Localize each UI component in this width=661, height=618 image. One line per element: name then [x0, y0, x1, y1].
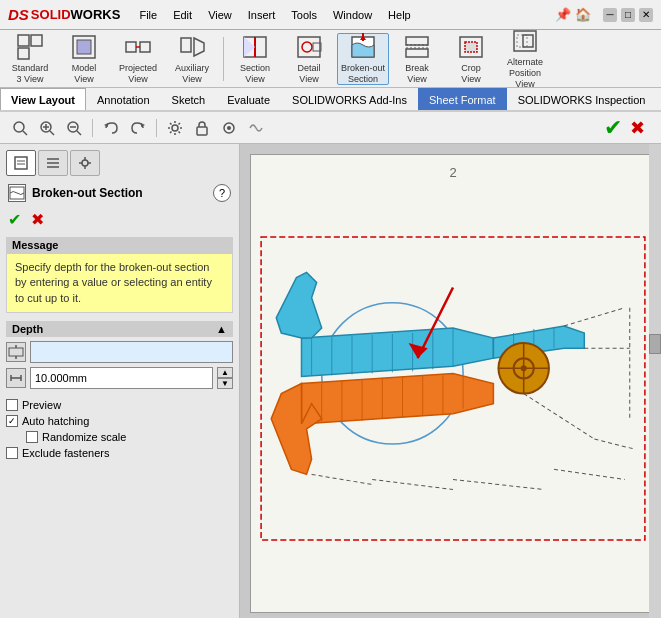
window-controls: ─ □ ✕: [603, 8, 653, 22]
tab-sheet-format[interactable]: Sheet Format: [418, 88, 507, 110]
drawing-area: 2: [240, 144, 661, 618]
preview-checkbox[interactable]: [6, 399, 18, 411]
drawing-sheet: 2: [250, 154, 656, 613]
cancel-action-button[interactable]: ✖: [29, 210, 46, 229]
broken-out-section-title: Broken-out Section: [32, 186, 207, 200]
depth-type-icon: [6, 342, 26, 362]
help-button[interactable]: ?: [213, 184, 231, 202]
svg-line-82: [564, 308, 625, 326]
menu-view[interactable]: View: [204, 7, 236, 23]
zoom-to-fit-button[interactable]: [8, 117, 32, 139]
top-bar: DS SOLID WORKS File Edit View Insert Too…: [0, 0, 661, 30]
tab-sketch[interactable]: Sketch: [161, 88, 217, 110]
toolbar-section-view[interactable]: SectionView: [229, 33, 281, 85]
scrollbar-thumb[interactable]: [649, 334, 661, 354]
ok-action-button[interactable]: ✔: [6, 210, 23, 229]
panel-tab-properties[interactable]: [6, 150, 36, 176]
zoom-in-button[interactable]: [35, 117, 59, 139]
lock-button[interactable]: [190, 117, 214, 139]
ok-checkmark[interactable]: ✔: [604, 115, 622, 141]
close-button[interactable]: ✕: [639, 8, 653, 22]
depth-value-row: ▲ ▼: [6, 367, 233, 389]
tab-evaluate[interactable]: Evaluate: [216, 88, 281, 110]
tab-view-layout[interactable]: View Layout: [0, 88, 86, 110]
svg-rect-25: [517, 35, 527, 47]
drawing-svg: [251, 155, 655, 612]
toolbar-broken-out-section[interactable]: Broken-outSection: [337, 33, 389, 85]
auxiliary-view-icon: [178, 33, 206, 61]
cancel-cross[interactable]: ✖: [630, 117, 645, 139]
toolbar-alternate-position-view[interactable]: AlternatePositionView: [499, 33, 551, 85]
tab-bar: View Layout Annotation Sketch Evaluate S…: [0, 88, 661, 112]
svg-line-89: [372, 479, 453, 489]
home-icon[interactable]: 🏠: [575, 7, 591, 22]
tab-solidworks-addins[interactable]: SOLIDWORKS Add-Ins: [281, 88, 418, 110]
svg-rect-50: [9, 348, 23, 356]
toolbar-crop-view[interactable]: CropView: [445, 33, 497, 85]
model-view-icon: [70, 33, 98, 61]
exclude-fasteners-checkbox-row[interactable]: Exclude fasteners: [6, 447, 233, 459]
depth-decrement-button[interactable]: ▼: [217, 378, 233, 389]
toolbar-break-view[interactable]: BreakView: [391, 33, 443, 85]
tab-solidworks-inspection[interactable]: SOLIDWORKS Inspection: [507, 88, 657, 110]
settings-button[interactable]: [163, 117, 187, 139]
svg-line-88: [453, 479, 544, 489]
menu-file[interactable]: File: [135, 7, 161, 23]
auto-hatching-checkbox[interactable]: [6, 415, 18, 427]
auxiliary-view-label: AuxiliaryView: [175, 63, 209, 85]
display-button[interactable]: [244, 117, 268, 139]
tb2-sep-1: [92, 119, 93, 137]
menu-edit[interactable]: Edit: [169, 7, 196, 23]
break-view-label: BreakView: [405, 63, 429, 85]
message-header: Message: [6, 237, 233, 253]
undo-button[interactable]: [99, 117, 123, 139]
depth-measure-icon: [6, 368, 26, 388]
randomize-scale-checkbox-row[interactable]: Randomize scale: [26, 431, 233, 443]
toolbar-standard-3-view[interactable]: Standard3 View: [4, 33, 56, 85]
toolbar-detail-view[interactable]: DetailView: [283, 33, 335, 85]
depth-collapse-icon[interactable]: ▲: [216, 323, 227, 335]
maximize-button[interactable]: □: [621, 8, 635, 22]
minimize-button[interactable]: ─: [603, 8, 617, 22]
randomize-scale-checkbox[interactable]: [26, 431, 38, 443]
svg-point-13: [302, 42, 312, 52]
vertical-scrollbar[interactable]: [649, 144, 661, 618]
toolbar-model-view[interactable]: ModelView: [58, 33, 110, 85]
checkbox-section: Preview Auto hatching Randomize scale Ex…: [6, 397, 233, 461]
menu-tools[interactable]: Tools: [287, 7, 321, 23]
logo: DS SOLID WORKS: [8, 6, 120, 23]
section-view-label: SectionView: [240, 63, 270, 85]
secondary-toolbar: ✔ ✖: [0, 112, 661, 144]
depth-header: Depth ▲: [6, 321, 233, 337]
projected-view-icon: [124, 33, 152, 61]
svg-rect-18: [406, 37, 428, 45]
auto-hatching-label: Auto hatching: [22, 415, 89, 427]
logo-solid: SOLID: [31, 7, 71, 22]
logo-works: WORKS: [71, 7, 121, 22]
auto-hatching-checkbox-row[interactable]: Auto hatching: [6, 415, 233, 427]
logo-ds: DS: [8, 6, 29, 23]
preview-checkbox-row[interactable]: Preview: [6, 399, 233, 411]
menu-window[interactable]: Window: [329, 7, 376, 23]
projected-view-label: ProjectedView: [119, 63, 157, 85]
tab-annotation[interactable]: Annotation: [86, 88, 161, 110]
exclude-fasteners-checkbox[interactable]: [6, 447, 18, 459]
layer-button[interactable]: [217, 117, 241, 139]
svg-line-90: [312, 474, 373, 484]
broken-out-section-label: Broken-outSection: [341, 63, 385, 85]
toolbar-auxiliary-view[interactable]: AuxiliaryView: [166, 33, 218, 85]
svg-line-87: [554, 469, 625, 479]
svg-rect-39: [197, 127, 207, 135]
svg-rect-8: [181, 38, 191, 52]
depth-entity-input[interactable]: [30, 341, 233, 363]
menu-help[interactable]: Help: [384, 7, 415, 23]
toolbar-projected-view[interactable]: ProjectedView: [112, 33, 164, 85]
panel-tab-config[interactable]: [70, 150, 100, 176]
depth-increment-button[interactable]: ▲: [217, 367, 233, 378]
depth-value-input[interactable]: [30, 367, 213, 389]
zoom-out-button[interactable]: [62, 117, 86, 139]
menu-insert[interactable]: Insert: [244, 7, 280, 23]
panel-tab-list[interactable]: [38, 150, 68, 176]
redo-button[interactable]: [126, 117, 150, 139]
svg-rect-26: [523, 35, 533, 47]
